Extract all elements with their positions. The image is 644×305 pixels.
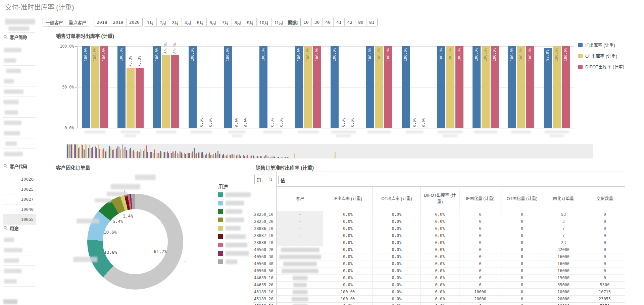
table-cell-if_rate[interactable]: 100.0% [323, 296, 373, 303]
table-cell-if_rate[interactable]: 0.0% [323, 225, 373, 232]
table-cell-if_fix[interactable]: 0 [459, 260, 501, 267]
table-cell-customer[interactable] [277, 260, 323, 267]
table-cell-deliver_qty[interactable]: 0 [584, 274, 625, 282]
table-cell-id[interactable]: 40560_50 [253, 267, 277, 274]
table-cell-fix_qty[interactable]: 10000 [543, 289, 584, 296]
table-cell-ot_fix[interactable]: 0 [501, 282, 543, 289]
filter-channel-81[interactable]: 81 [366, 18, 377, 26]
table-cell-if_rate[interactable]: 0.0% [323, 239, 373, 246]
table-cell-fix_qty[interactable]: 15000 [543, 274, 584, 282]
table-cell-fix_qty[interactable]: 53 [543, 211, 584, 218]
table-cell-customer[interactable] [277, 296, 323, 303]
table-cell-if_rate[interactable]: 0.0% [323, 267, 373, 274]
usage-item[interactable] [3, 266, 36, 276]
table-cell-ot_fix[interactable]: 0 [501, 289, 543, 296]
table-cell-ot_fix[interactable]: 0 [501, 246, 543, 253]
table-header-ot_rate[interactable]: OT出库率 (计重) [373, 186, 420, 211]
table-cell-customer[interactable] [277, 303, 323, 305]
table-cell-difot_rate[interactable]: 0.0% [420, 218, 459, 225]
table-cell-ot_rate[interactable]: 0.0% [373, 211, 420, 218]
table-cell-difot_rate[interactable]: 0.0% [420, 274, 459, 282]
filter-year-2020[interactable]: 2020 [126, 18, 142, 26]
customer-name-item[interactable] [3, 107, 36, 118]
table-header-ot_fix[interactable]: OT固化量 (计重) [501, 186, 543, 211]
blurred-usage-item[interactable] [3, 299, 17, 304]
table-cell-difot_rate[interactable]: 0.0% [420, 296, 459, 303]
table-cell-if_fix[interactable]: 0 [459, 303, 501, 305]
table-cell-deliver_qty[interactable]: 0 [584, 225, 625, 232]
filter-month-1月[interactable]: 1月 [144, 18, 156, 26]
table-cell-if_fix[interactable]: 0 [459, 218, 501, 225]
table-cell-ot_fix[interactable]: 0 [501, 267, 543, 274]
table-cell-ot_rate[interactable]: 0.0% [373, 225, 420, 232]
filter-channel-80[interactable]: 80 [355, 18, 366, 26]
table-cell-ot_rate[interactable]: 0.0% [373, 239, 420, 246]
customer-name-item[interactable] [3, 55, 36, 66]
donut-legend-item[interactable] [218, 218, 244, 222]
filter-channel-10[interactable]: 10 [301, 18, 311, 26]
filter-month-4月[interactable]: 4月 [182, 18, 194, 26]
legend-item-if[interactable]: IF出库率 (计重) [578, 42, 632, 48]
table-cell-ot_fix[interactable]: 0 [501, 274, 543, 282]
filter-channel-41[interactable]: 41 [333, 18, 344, 26]
table-cell-customer[interactable]: - [277, 225, 323, 232]
table-cell-ot_fix[interactable]: 0 [501, 296, 543, 303]
table-cell-id[interactable]: 40560_20 [253, 246, 277, 253]
table-cell-fix_qty[interactable]: 10000 [543, 303, 584, 305]
table-cell-difot_rate[interactable]: 0.0% [420, 253, 459, 260]
filter-month-3月[interactable]: 3月 [169, 18, 181, 26]
table-cell-ot_fix[interactable]: 0 [501, 239, 543, 246]
donut-legend-item[interactable] [218, 226, 241, 231]
value-button[interactable]: 值 [278, 176, 287, 184]
table-cell-fix_qty[interactable]: 16000 [543, 253, 584, 260]
table-cell-difot_rate[interactable]: 0.0% [420, 232, 459, 239]
table-cell-if_fix[interactable]: 20000 [459, 296, 501, 303]
table-cell-deliver_qty[interactable]: 5370 [584, 303, 625, 305]
table-cell-fix_qty[interactable]: 20000 [543, 296, 584, 303]
table-cell-if_rate[interactable]: 0.0% [323, 232, 373, 239]
customer-code-item-10027[interactable]: 10027 [3, 194, 36, 204]
table-cell-deliver_qty[interactable]: 0 [584, 211, 625, 218]
table-cell-if_fix[interactable]: 0 [459, 225, 501, 232]
table-cell-if_fix[interactable]: 0 [459, 267, 501, 274]
table-cell-ot_rate[interactable]: 0.0% [373, 260, 420, 267]
filter-customer-type-重点客户[interactable]: 重点客户 [66, 18, 89, 26]
table-cell-customer[interactable]: - [277, 232, 323, 239]
table-cell-ot_rate[interactable]: 0.0% [373, 289, 420, 296]
bar-difot-group-3[interactable] [171, 55, 179, 128]
table-header-deliver_qty[interactable]: 交货数量 [584, 186, 625, 211]
filter-month-6月[interactable]: 6月 [206, 18, 219, 26]
table-cell-deliver_qty[interactable]: 0 [584, 232, 625, 239]
customer-name-item[interactable] [3, 118, 36, 128]
table-header-if_rate[interactable]: IF出库率 (计重) [323, 186, 373, 211]
table-cell-if_fix[interactable]: 0 [459, 246, 501, 253]
table-cell-fix_qty[interactable]: 3 [543, 218, 584, 225]
table-cell-ot_rate[interactable]: 0.0% [373, 232, 420, 239]
table-cell-id[interactable]: 28887_10 [253, 232, 277, 239]
table-cell-if_rate[interactable]: 0.0% [323, 253, 373, 260]
table-cell-fix_qty[interactable]: 23 [543, 239, 584, 246]
table-cell-customer[interactable] [277, 246, 323, 253]
table-cell-ot_rate[interactable]: 0.0% [373, 246, 420, 253]
filter-customer-type-一般客户[interactable]: 一般客户 [43, 18, 66, 26]
table-cell-customer[interactable] [277, 267, 323, 274]
filter-month-8月[interactable]: 8月 [232, 18, 244, 26]
table-cell-if_rate[interactable]: 0.0% [323, 282, 373, 289]
table-cell-ot_rate[interactable]: 0.0% [373, 253, 420, 260]
table-cell-customer[interactable] [277, 289, 323, 296]
table-cell-id[interactable]: 40560_40 [253, 260, 277, 267]
usage-item[interactable] [3, 276, 36, 287]
table-cell-ot_rate[interactable]: 0.0% [373, 303, 420, 305]
usage-item[interactable] [3, 235, 36, 245]
table-cell-if_fix[interactable]: 10000 [459, 289, 501, 296]
table-cell-deliver_qty[interactable]: 0 [584, 239, 625, 246]
filter-month-10月[interactable]: 10月 [256, 18, 271, 26]
table-cell-deliver_qty[interactable]: 0 [584, 246, 625, 253]
customer-code-item-10020[interactable]: 10020 [3, 174, 36, 184]
table-cell-id[interactable]: 44635_10 [253, 274, 277, 282]
table-cell-if_rate[interactable]: 0.0% [323, 260, 373, 267]
customer-code-item-10040[interactable]: 10040 [3, 204, 36, 215]
customer-name-item[interactable] [3, 76, 36, 86]
donut-legend-item[interactable] [218, 243, 247, 247]
table-cell-ot_fix[interactable]: 0 [501, 218, 543, 225]
